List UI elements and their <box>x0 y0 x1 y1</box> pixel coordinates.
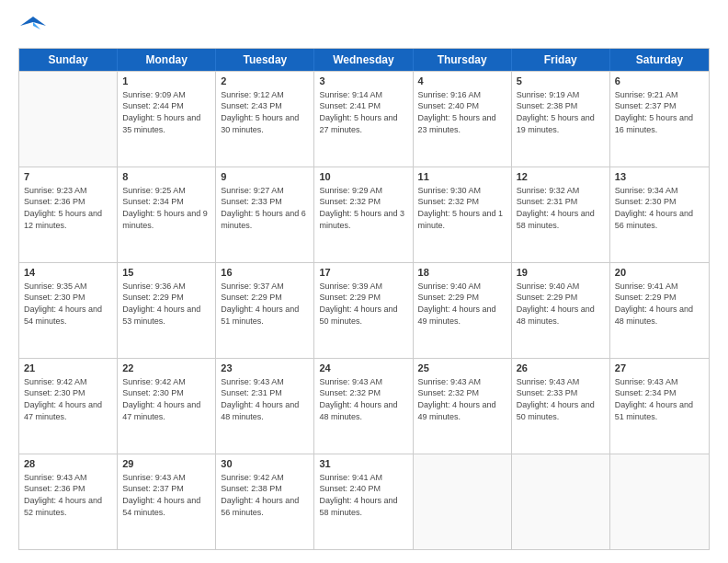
weekday-header: Sunday <box>19 49 118 71</box>
calendar-cell: 8Sunrise: 9:25 AMSunset: 2:34 PMDaylight… <box>118 167 216 262</box>
day-number: 27 <box>615 362 704 375</box>
calendar-cell: 25Sunrise: 9:43 AMSunset: 2:32 PMDayligh… <box>414 359 512 454</box>
calendar-cell: 28Sunrise: 9:43 AMSunset: 2:36 PMDayligh… <box>19 454 118 549</box>
calendar-header: SundayMondayTuesdayWednesdayThursdayFrid… <box>19 49 709 71</box>
day-number: 17 <box>319 266 407 280</box>
day-info: Sunrise: 9:30 AMSunset: 2:32 PMDaylight:… <box>418 185 506 231</box>
day-info: Sunrise: 9:27 AMSunset: 2:33 PMDaylight:… <box>221 185 309 231</box>
day-info: Sunrise: 9:41 AMSunset: 2:29 PMDaylight:… <box>615 281 704 327</box>
calendar-cell: 23Sunrise: 9:43 AMSunset: 2:31 PMDayligh… <box>216 359 314 454</box>
calendar-row: 21Sunrise: 9:42 AMSunset: 2:30 PMDayligh… <box>19 358 709 454</box>
calendar-cell: 11Sunrise: 9:30 AMSunset: 2:32 PMDayligh… <box>414 167 512 262</box>
calendar-cell: 16Sunrise: 9:37 AMSunset: 2:29 PMDayligh… <box>216 263 314 358</box>
calendar-cell <box>610 454 709 549</box>
calendar-cell: 13Sunrise: 9:34 AMSunset: 2:30 PMDayligh… <box>610 167 709 262</box>
day-info: Sunrise: 9:12 AMSunset: 2:43 PMDaylight:… <box>221 89 309 135</box>
day-info: Sunrise: 9:25 AMSunset: 2:34 PMDaylight:… <box>122 185 210 231</box>
day-number: 23 <box>221 362 309 375</box>
weekday-header: Tuesday <box>216 49 314 71</box>
day-info: Sunrise: 9:40 AMSunset: 2:29 PMDaylight:… <box>517 281 605 327</box>
day-number: 29 <box>122 457 210 471</box>
calendar-cell: 4Sunrise: 9:16 AMSunset: 2:40 PMDaylight… <box>414 72 512 167</box>
calendar-cell: 19Sunrise: 9:40 AMSunset: 2:29 PMDayligh… <box>512 263 610 358</box>
day-info: Sunrise: 9:21 AMSunset: 2:37 PMDaylight:… <box>615 89 704 135</box>
weekday-header: Thursday <box>414 49 512 71</box>
day-number: 15 <box>122 266 210 280</box>
day-number: 11 <box>418 170 506 184</box>
day-number: 25 <box>418 362 506 375</box>
day-info: Sunrise: 9:37 AMSunset: 2:29 PMDaylight:… <box>221 281 309 327</box>
calendar-cell: 21Sunrise: 9:42 AMSunset: 2:30 PMDayligh… <box>19 359 118 454</box>
day-number: 3 <box>319 75 407 88</box>
calendar-cell: 14Sunrise: 9:35 AMSunset: 2:30 PMDayligh… <box>19 263 118 358</box>
day-info: Sunrise: 9:43 AMSunset: 2:34 PMDaylight:… <box>615 376 704 422</box>
calendar: SundayMondayTuesdayWednesdayThursdayFrid… <box>18 48 710 550</box>
weekday-header: Friday <box>512 49 610 71</box>
calendar-cell: 31Sunrise: 9:41 AMSunset: 2:40 PMDayligh… <box>314 454 413 549</box>
calendar-row: 7Sunrise: 9:23 AMSunset: 2:36 PMDaylight… <box>19 167 709 262</box>
calendar-cell: 15Sunrise: 9:36 AMSunset: 2:29 PMDayligh… <box>118 263 216 358</box>
day-number: 31 <box>319 457 407 471</box>
calendar-cell <box>19 72 118 167</box>
calendar-cell: 20Sunrise: 9:41 AMSunset: 2:29 PMDayligh… <box>610 263 709 358</box>
calendar-cell: 10Sunrise: 9:29 AMSunset: 2:32 PMDayligh… <box>314 167 413 262</box>
calendar-cell: 29Sunrise: 9:43 AMSunset: 2:37 PMDayligh… <box>118 454 216 549</box>
calendar-cell: 3Sunrise: 9:14 AMSunset: 2:41 PMDaylight… <box>314 72 413 167</box>
calendar-cell <box>512 454 610 549</box>
calendar-cell: 24Sunrise: 9:43 AMSunset: 2:32 PMDayligh… <box>314 359 413 454</box>
day-info: Sunrise: 9:42 AMSunset: 2:38 PMDaylight:… <box>221 472 309 518</box>
day-number: 12 <box>517 170 605 184</box>
day-number: 5 <box>517 75 605 88</box>
day-number: 2 <box>221 75 309 88</box>
logo <box>18 17 46 39</box>
weekday-header: Wednesday <box>314 49 413 71</box>
day-number: 18 <box>418 266 506 280</box>
day-number: 4 <box>418 75 506 88</box>
calendar-cell: 17Sunrise: 9:39 AMSunset: 2:29 PMDayligh… <box>314 263 413 358</box>
calendar-cell: 27Sunrise: 9:43 AMSunset: 2:34 PMDayligh… <box>610 359 709 454</box>
calendar-cell <box>414 454 512 549</box>
calendar-row: 28Sunrise: 9:43 AMSunset: 2:36 PMDayligh… <box>19 454 709 549</box>
calendar-cell: 6Sunrise: 9:21 AMSunset: 2:37 PMDaylight… <box>610 72 709 167</box>
day-number: 26 <box>517 362 605 375</box>
day-number: 10 <box>319 170 407 184</box>
day-info: Sunrise: 9:42 AMSunset: 2:30 PMDaylight:… <box>122 376 210 422</box>
calendar-cell: 22Sunrise: 9:42 AMSunset: 2:30 PMDayligh… <box>118 359 216 454</box>
weekday-header: Saturday <box>610 49 709 71</box>
day-info: Sunrise: 9:29 AMSunset: 2:32 PMDaylight:… <box>319 185 407 231</box>
calendar-cell: 30Sunrise: 9:42 AMSunset: 2:38 PMDayligh… <box>216 454 314 549</box>
day-number: 1 <box>122 75 210 88</box>
header <box>18 17 710 39</box>
calendar-cell: 26Sunrise: 9:43 AMSunset: 2:33 PMDayligh… <box>512 359 610 454</box>
calendar-cell: 1Sunrise: 9:09 AMSunset: 2:44 PMDaylight… <box>118 72 216 167</box>
day-number: 14 <box>24 266 112 280</box>
day-number: 24 <box>319 362 407 375</box>
day-info: Sunrise: 9:43 AMSunset: 2:36 PMDaylight:… <box>24 472 112 518</box>
day-info: Sunrise: 9:09 AMSunset: 2:44 PMDaylight:… <box>122 89 210 135</box>
day-number: 28 <box>24 457 112 471</box>
day-number: 13 <box>615 170 704 184</box>
calendar-cell: 12Sunrise: 9:32 AMSunset: 2:31 PMDayligh… <box>512 167 610 262</box>
day-info: Sunrise: 9:16 AMSunset: 2:40 PMDaylight:… <box>418 89 506 135</box>
page: SundayMondayTuesdayWednesdayThursdayFrid… <box>0 0 728 563</box>
day-info: Sunrise: 9:34 AMSunset: 2:30 PMDaylight:… <box>615 185 704 231</box>
day-number: 8 <box>122 170 210 184</box>
day-number: 20 <box>615 266 704 280</box>
day-number: 7 <box>24 170 112 184</box>
day-info: Sunrise: 9:43 AMSunset: 2:37 PMDaylight:… <box>122 472 210 518</box>
weekday-header: Monday <box>118 49 216 71</box>
calendar-cell: 2Sunrise: 9:12 AMSunset: 2:43 PMDaylight… <box>216 72 314 167</box>
calendar-body: 1Sunrise: 9:09 AMSunset: 2:44 PMDaylight… <box>19 71 709 549</box>
day-info: Sunrise: 9:41 AMSunset: 2:40 PMDaylight:… <box>319 472 407 518</box>
calendar-row: 14Sunrise: 9:35 AMSunset: 2:30 PMDayligh… <box>19 262 709 358</box>
calendar-row: 1Sunrise: 9:09 AMSunset: 2:44 PMDaylight… <box>19 71 709 167</box>
day-info: Sunrise: 9:39 AMSunset: 2:29 PMDaylight:… <box>319 281 407 327</box>
day-number: 21 <box>24 362 112 375</box>
day-info: Sunrise: 9:43 AMSunset: 2:32 PMDaylight:… <box>319 376 407 422</box>
day-info: Sunrise: 9:14 AMSunset: 2:41 PMDaylight:… <box>319 89 407 135</box>
day-info: Sunrise: 9:36 AMSunset: 2:29 PMDaylight:… <box>122 281 210 327</box>
day-info: Sunrise: 9:43 AMSunset: 2:33 PMDaylight:… <box>517 376 605 422</box>
day-info: Sunrise: 9:35 AMSunset: 2:30 PMDaylight:… <box>24 281 112 327</box>
day-info: Sunrise: 9:32 AMSunset: 2:31 PMDaylight:… <box>517 185 605 231</box>
day-number: 22 <box>122 362 210 375</box>
